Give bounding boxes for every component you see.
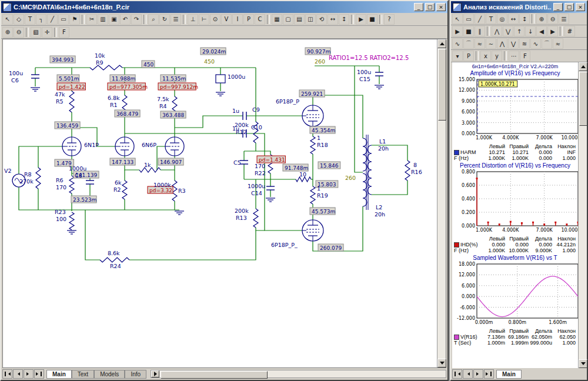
- cursor-right-button[interactable]: ▶: [547, 26, 558, 36]
- resistor-symbol[interactable]: [69, 91, 74, 112]
- component-label[interactable]: 10: [299, 171, 306, 178]
- wire-segment[interactable]: [256, 228, 265, 230]
- flag-mode[interactable]: ⚑: [69, 14, 80, 25]
- component-label[interactable]: 20h: [375, 211, 385, 218]
- scroll-up-button[interactable]: [437, 39, 446, 48]
- zoom-in-button[interactable]: ⊕: [2, 27, 13, 38]
- power-toggle[interactable]: P: [243, 14, 254, 25]
- component-label[interactable]: L1: [379, 138, 386, 145]
- component-label[interactable]: C8: [75, 172, 82, 179]
- component-label[interactable]: 1000u: [248, 183, 265, 189]
- component-label[interactable]: R23: [55, 209, 66, 215]
- scroll-up-button[interactable]: [579, 62, 587, 71]
- component-label[interactable]: 1000k: [153, 182, 171, 188]
- tube-symbol[interactable]: [302, 105, 323, 126]
- flip-y-button[interactable]: ↕: [339, 14, 349, 25]
- component-label[interactable]: 260: [315, 58, 325, 65]
- run-button[interactable]: ▶: [452, 26, 463, 36]
- component-label[interactable]: R8: [24, 171, 32, 178]
- tab-main[interactable]: Main: [46, 370, 72, 379]
- line-tool[interactable]: ╱: [475, 14, 485, 24]
- pan-button[interactable]: ✛: [42, 27, 52, 38]
- tab-scroll-prev-button[interactable]: [13, 369, 23, 379]
- run-button[interactable]: ▶: [356, 14, 366, 25]
- component-label[interactable]: 170: [255, 163, 265, 169]
- component-label[interactable]: 170: [56, 184, 66, 190]
- close-button[interactable]: ×: [436, 3, 446, 11]
- conditions-toggle[interactable]: C: [255, 14, 265, 25]
- tab-scroll-first-button[interactable]: [452, 369, 462, 379]
- tag-vertical-button[interactable]: ↕: [519, 14, 530, 24]
- scroll-thumb[interactable]: [579, 72, 587, 126]
- component-mode[interactable]: ◇: [14, 14, 24, 25]
- scroll-thumb[interactable]: [161, 371, 268, 379]
- diagonal-wire-mode[interactable]: ╱: [47, 14, 58, 25]
- schematic-vertical-scrollbar[interactable]: [437, 39, 446, 367]
- tab-text[interactable]: Text: [72, 370, 94, 379]
- currents-toggle[interactable]: I: [232, 14, 243, 25]
- text-mode[interactable]: T: [25, 14, 35, 25]
- component-label[interactable]: C14: [251, 190, 262, 196]
- wire-segment[interactable]: [129, 230, 256, 260]
- cut-button[interactable]: ✂: [86, 14, 97, 25]
- tube-symbol[interactable]: [62, 137, 81, 156]
- component-label[interactable]: R9: [96, 59, 103, 66]
- scroll-down-button[interactable]: [437, 359, 446, 367]
- ground-symbol[interactable]: [175, 211, 184, 215]
- resistor-symbol[interactable]: [405, 161, 410, 181]
- tag-value-button[interactable]: ◎: [497, 14, 507, 24]
- resistor-symbol[interactable]: [69, 212, 74, 230]
- select-tool[interactable]: ↖: [452, 14, 463, 24]
- node-voltages-toggle[interactable]: V: [221, 14, 232, 25]
- component-label[interactable]: 1: [317, 135, 320, 141]
- zoom-out-button[interactable]: ⊖: [547, 14, 558, 24]
- schematic-canvas[interactable]: 394.99345029.024m45090.927m260259.9215.5…: [3, 39, 440, 369]
- point-to-point-paths-button[interactable]: ⊢: [199, 14, 209, 25]
- plot-group-select[interactable]: ▾: [452, 51, 463, 61]
- component-label[interactable]: 6k: [115, 179, 122, 186]
- component-label[interactable]: 450: [204, 58, 215, 65]
- mirror-button[interactable]: ◫: [305, 14, 316, 25]
- tube-symbol[interactable]: [165, 137, 184, 156]
- waveform-approx-button[interactable]: ≈: [475, 38, 485, 49]
- waveform-sine-button[interactable]: ∿: [530, 38, 541, 49]
- component-label[interactable]: 1000u: [228, 73, 245, 80]
- undo-button[interactable]: ↶: [120, 14, 131, 25]
- component-label[interactable]: R3: [178, 188, 186, 194]
- zoom-in-button[interactable]: ⊕: [536, 14, 547, 24]
- component-label[interactable]: R4: [159, 103, 167, 109]
- component-label[interactable]: R22: [255, 170, 266, 176]
- resistor-symbol[interactable]: [36, 168, 41, 189]
- component-label[interactable]: R18: [317, 142, 328, 148]
- analysis-titlebar[interactable]: Анализ искажений Distorti... _ □ ×: [451, 1, 587, 13]
- schematic-titlebar[interactable]: C:\MC9\DATA\6н1п+6н6п+6п18п_P.cir _ □ ×: [1, 1, 447, 13]
- chart-plot[interactable]: 18.00012.0006.0000.000-6.000-12.0000.000…: [452, 262, 578, 326]
- component-label[interactable]: 6P18P_P: [276, 98, 299, 105]
- component-label[interactable]: 20h: [378, 145, 389, 152]
- minimize-button[interactable]: _: [414, 3, 423, 11]
- capacitor-symbol[interactable]: [240, 161, 248, 164]
- tab-scroll-next-button[interactable]: [473, 369, 483, 379]
- component-label[interactable]: 7.5k: [157, 96, 169, 102]
- zoom-out-button[interactable]: ⊖: [14, 27, 24, 38]
- component-label[interactable]: C5: [233, 159, 241, 166]
- waveform-tilde-button[interactable]: ∼: [486, 38, 496, 49]
- charts-vertical-scrollbar[interactable]: [578, 62, 587, 368]
- tab-main[interactable]: Main: [496, 370, 522, 379]
- redo-button[interactable]: ↷: [131, 14, 142, 25]
- component-label[interactable]: L2: [376, 204, 382, 210]
- properties-button[interactable]: ☰: [559, 14, 569, 24]
- paste-button[interactable]: ▣: [109, 14, 119, 25]
- annotation-text[interactable]: RATIO1=12.5 RATIO2=12.5: [329, 55, 409, 61]
- component-label[interactable]: 10k: [95, 52, 105, 59]
- component-label[interactable]: R19: [317, 192, 328, 199]
- peak-button[interactable]: ⋀: [492, 26, 502, 36]
- grid-toggle[interactable]: ▦: [272, 14, 282, 25]
- tab-scroll-prev-button[interactable]: [463, 369, 473, 379]
- cursor-left-button[interactable]: ◀: [536, 26, 547, 36]
- flip-x-button[interactable]: ↔: [328, 14, 338, 25]
- ground-symbol[interactable]: [375, 85, 384, 89]
- component-label[interactable]: 6.8k: [108, 95, 120, 101]
- data-points-button[interactable]: ⋯: [509, 51, 519, 61]
- probe-tool[interactable]: P: [463, 51, 474, 61]
